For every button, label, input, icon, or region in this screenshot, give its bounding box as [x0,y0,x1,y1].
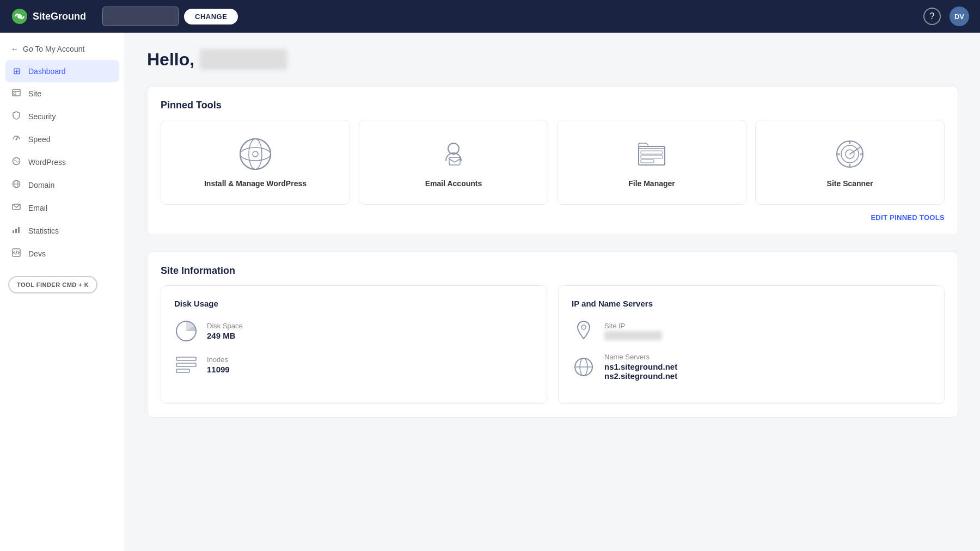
svg-point-21 [253,151,258,157]
pinned-tools-title: Pinned Tools [161,100,945,111]
site-ip-label: Site IP [604,322,662,330]
svg-rect-27 [641,160,654,163]
change-button[interactable]: CHANGE [184,9,238,25]
inodes-row: Inodes 11099 [174,353,534,377]
sidebar-item-site[interactable]: Site [0,82,125,105]
site-scanner-label: Site Scanner [827,179,873,188]
disk-usage-card: Disk Usage Disk Space 249 MB [161,285,547,404]
sidebar: ← Go To My Account ⊞ Dashboard Site [0,33,125,551]
ip-nameservers-title: IP and Name Servers [572,299,931,308]
svg-rect-24 [639,146,665,165]
disk-usage-title: Disk Usage [174,299,534,308]
svg-point-6 [16,139,17,140]
site-information-section: Site Information Disk Usage Disk Space 2… [147,252,958,418]
dashboard-icon: ⊞ [11,66,22,76]
ns1-value: ns1.siteground.net [604,362,677,371]
site-info-title: Site Information [161,265,945,277]
sidebar-item-devs[interactable]: Devs [0,242,125,265]
disk-space-icon [174,319,198,343]
ns2-value: ns2.siteground.net [604,371,677,381]
pinned-card-site-scanner[interactable]: Site Scanner [755,120,945,205]
svg-line-16 [16,251,17,254]
svg-rect-38 [176,369,189,372]
svg-rect-36 [176,357,196,360]
sidebar-item-speed[interactable]: Speed [0,128,125,151]
sidebar-item-statistics[interactable]: Statistics [0,219,125,242]
nameservers-info: Name Servers ns1.siteground.net ns2.site… [604,353,677,381]
domain-icon [11,180,22,191]
back-arrow-icon: ← [11,45,19,53]
svg-rect-14 [18,227,20,233]
pinned-card-file-manager[interactable]: File Manager [557,120,746,205]
avatar[interactable]: DV [950,7,969,26]
svg-point-18 [240,139,271,169]
nameservers-icon [572,355,596,379]
site-info-grid: Disk Usage Disk Space 249 MB [161,285,945,404]
site-ip-value: ██████████ [604,331,662,340]
main-layout: ← Go To My Account ⊞ Dashboard Site [0,33,980,551]
edit-pinned-tools-button[interactable]: EDIT PINNED TOOLS [161,213,945,222]
file-manager-label: File Manager [628,179,675,188]
site-icon [11,88,22,99]
hello-title: Hello, [147,49,958,70]
svg-point-20 [240,148,271,161]
ip-nameservers-card: IP and Name Servers Site IP ██████████ [558,285,945,404]
svg-rect-12 [13,230,14,233]
nameservers-label: Name Servers [604,353,677,361]
nav-right: ? DV [923,7,969,26]
disk-space-info: Disk Space 249 MB [207,322,243,340]
tool-finder-button[interactable]: TOOL FINDER CMD + K [8,276,97,293]
disk-space-label: Disk Space [207,322,243,330]
pinned-tools-grid: Install & Manage WordPress Email Account… [161,120,945,205]
sidebar-item-dashboard[interactable]: ⊞ Dashboard [5,60,119,82]
site-selector[interactable] [102,7,179,26]
email-accounts-label: Email Accounts [425,179,482,188]
svg-rect-26 [641,155,663,158]
sidebar-item-email[interactable]: Email [0,197,125,219]
svg-rect-37 [176,363,196,366]
pinned-card-install-wordpress[interactable]: Install & Manage WordPress [161,120,350,205]
inodes-icon [174,353,198,377]
disk-space-row: Disk Space 249 MB [174,319,534,343]
inodes-label: Inodes [207,356,230,364]
site-ip-info: Site IP ██████████ [604,322,662,340]
devs-icon [11,248,22,259]
svg-point-39 [581,325,586,329]
go-to-account-link[interactable]: ← Go To My Account [0,38,125,60]
sidebar-item-security[interactable]: Security [0,105,125,128]
security-icon [11,111,22,122]
site-ip-row: Site IP ██████████ [572,319,931,343]
inodes-value: 11099 [207,365,230,374]
svg-point-1 [17,14,22,19]
statistics-icon [11,225,22,236]
hello-name-blur [200,49,287,70]
wordpress-icon [11,157,22,168]
sidebar-item-wordpress[interactable]: WordPress [0,151,125,174]
install-wordpress-label: Install & Manage WordPress [204,179,307,188]
inodes-info: Inodes 11099 [207,356,230,374]
logo[interactable]: SiteGround [11,8,86,25]
svg-point-19 [249,139,262,169]
email-icon [11,203,22,213]
sidebar-item-domain[interactable]: Domain [0,174,125,197]
speed-icon [11,134,22,145]
pinned-tools-section: Pinned Tools Install & Manage WordPress [147,86,958,235]
svg-rect-25 [641,151,663,154]
help-icon[interactable]: ? [923,8,941,25]
svg-rect-23 [449,157,460,165]
main-content: Hello, Pinned Tools Install & Manage Wo [125,33,980,551]
svg-rect-4 [14,93,16,95]
hello-section: Hello, [147,49,958,70]
nameservers-row: Name Servers ns1.siteground.net ns2.site… [572,353,931,381]
svg-rect-13 [15,229,17,233]
site-ip-icon [572,319,596,343]
disk-space-value: 249 MB [207,331,243,340]
top-navigation: SiteGround CHANGE ? DV [0,0,980,33]
pinned-card-email-accounts[interactable]: Email Accounts [359,120,548,205]
